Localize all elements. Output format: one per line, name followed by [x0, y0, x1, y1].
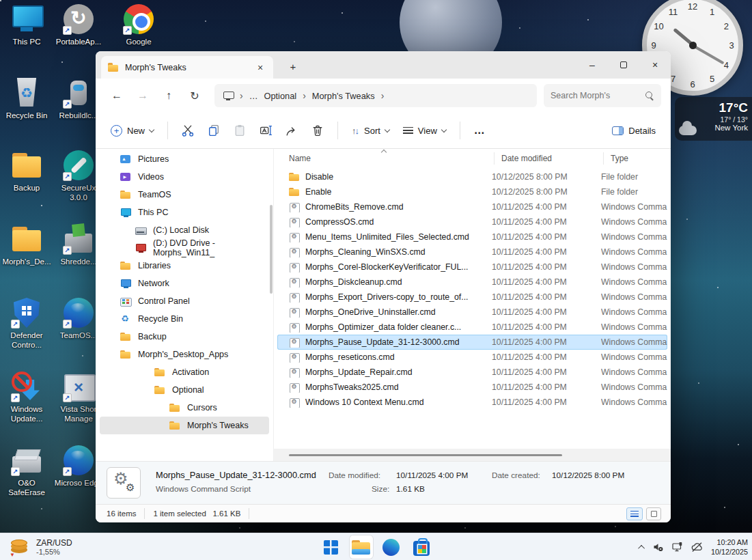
file-row[interactable]: Morphs_OneDrive_Uninstaller.cmd 10/11/20… — [277, 305, 667, 320]
up-button[interactable]: ↑ — [157, 85, 180, 107]
desktop-icon[interactable]: ↗ Morph's_De... — [0, 223, 53, 266]
file-row[interactable]: Morphs_Pause_Update_31-12-3000.cmd 10/11… — [277, 335, 667, 350]
taskbar-edge[interactable] — [379, 535, 404, 559]
file-row[interactable]: Disable 10/12/2025 8:00 PM File folder — [277, 169, 667, 184]
close-button[interactable]: × — [639, 51, 671, 79]
file-row[interactable]: Morphs_reseticons.cmd 10/11/2025 4:00 PM… — [277, 350, 667, 365]
copy-button[interactable] — [202, 120, 225, 141]
onedrive-paused-icon[interactable] — [691, 542, 704, 552]
taskbar-file-explorer[interactable] — [349, 535, 374, 559]
sidebar-scrollbar[interactable] — [270, 205, 273, 294]
column-header-type[interactable]: Type — [603, 152, 671, 165]
start-button[interactable] — [319, 535, 344, 559]
desktop-icon[interactable]: ↗ Defender Contro... — [0, 296, 53, 350]
file-row[interactable]: Enable 10/12/2025 8:00 PM File folder — [277, 184, 667, 199]
new-button[interactable]: + New — [105, 121, 159, 141]
file-row[interactable]: Morphs_Export_Drivers-copy_to_route_of..… — [277, 290, 667, 305]
sidebar-item[interactable]: Cursors — [100, 399, 269, 417]
file-row[interactable]: Morphs_Corel-BlockerKeyVerificator_FUL..… — [277, 260, 667, 275]
sidebar-item[interactable]: Recycle Bin — [100, 310, 269, 328]
sidebar-item[interactable]: This PC — [100, 204, 269, 221]
cut-button[interactable] — [176, 120, 199, 141]
clock-number: 6 — [690, 79, 695, 89]
desktop-icon[interactable]: ↗ O&O SafeErase — [0, 444, 53, 498]
view-button[interactable]: View — [398, 122, 451, 140]
sidebar-item[interactable]: Morph's_Desktop_Apps — [100, 346, 269, 363]
sidebar-item[interactable]: Morph's Tweaks — [100, 417, 269, 434]
sort-button[interactable]: ↑↓ Sort — [346, 122, 395, 140]
file-row[interactable]: Morphs_Diskcleanup.cmd 10/11/2025 4:00 P… — [277, 275, 667, 290]
sidebar-item[interactable]: Videos — [100, 168, 269, 186]
desktop-icon[interactable]: ↗ Recycle Bin — [0, 76, 53, 120]
file-type: File folder — [601, 172, 667, 182]
file-row[interactable]: Windows 10 Context Menu.cmd 10/11/2025 4… — [277, 395, 667, 410]
taskbar-store[interactable] — [409, 535, 434, 559]
breadcrumb[interactable]: › … Optional › Morph's Tweaks › — [214, 84, 537, 107]
horizontal-scrollbar-thumb[interactable] — [289, 454, 562, 456]
desktop-icon[interactable]: ↗ Windows Update... — [0, 370, 53, 424]
sidebar-item[interactable]: Control Panel — [100, 292, 269, 310]
desktop-icon[interactable]: ↗ PortableAp... — [52, 3, 105, 46]
status-selection-size: 1.61 KB — [212, 509, 240, 518]
file-row[interactable]: Menu_Items_Unlimited_Files_Selected.cmd … — [277, 229, 667, 244]
thumbnail-view-toggle[interactable] — [646, 507, 661, 520]
sidebar-item[interactable]: (C:) Local Disk — [100, 221, 269, 239]
breadcrumb-segment-current[interactable]: Morph's Tweaks — [312, 91, 375, 101]
file-row[interactable]: CompressOS.cmd 10/11/2025 4:00 PM Window… — [277, 214, 667, 229]
file-row[interactable]: Morphs_Cleaning_WinSXS.cmd 10/11/2025 4:… — [277, 244, 667, 260]
file-row[interactable]: ChromeBits_Remove.cmd 10/11/2025 4:00 PM… — [277, 199, 667, 214]
tray-overflow-chevron-icon[interactable] — [638, 544, 645, 551]
file-name-cell: ChromeBits_Remove.cmd — [289, 202, 492, 212]
column-header-name[interactable]: Name — [289, 152, 494, 165]
sidebar-item[interactable]: Activation — [100, 363, 269, 381]
desktop-icon-label: Windows Update... — [0, 404, 53, 424]
taskbar-clock[interactable]: 10:20 AM 10/12/2025 — [711, 537, 748, 557]
explorer-tab[interactable]: Morph's Tweaks × — [101, 56, 273, 79]
file-type-icon — [289, 172, 301, 182]
this-pc-icon[interactable] — [223, 92, 234, 100]
horizontal-scrollbar-track[interactable] — [274, 449, 671, 461]
desktop-icon-glyph: ↗ — [10, 444, 43, 477]
desktop-icon[interactable]: ↗ This PC — [0, 3, 53, 46]
sidebar-item[interactable]: Optional — [100, 381, 269, 399]
forward-button[interactable]: → — [131, 85, 154, 107]
details-view-toggle[interactable] — [626, 507, 643, 520]
desktop-icon-glyph: ↗ — [62, 76, 95, 109]
file-row[interactable]: Morphs_Optimizer_data folder cleaner.c..… — [277, 320, 667, 335]
rename-button[interactable] — [254, 120, 277, 141]
desktop-icon[interactable]: ↗ Google — [112, 3, 165, 46]
minimize-button[interactable]: – — [576, 51, 608, 79]
more-options-button[interactable]: … — [469, 120, 490, 141]
breadcrumb-segment-optional[interactable]: Optional — [264, 91, 296, 101]
file-date-modified: 10/12/2025 8:00 PM — [492, 172, 601, 182]
sidebar-item[interactable]: Network — [100, 275, 269, 292]
breadcrumb-ellipsis[interactable]: … — [249, 91, 258, 101]
sidebar-item[interactable]: (D:) DVD Drive - Morphs_Win11_ — [100, 239, 269, 257]
volume-muted-icon[interactable] — [652, 542, 664, 552]
file-row[interactable]: Morphs_Update_Repair.cmd 10/11/2025 4:00… — [277, 365, 667, 380]
file-explorer-icon — [352, 540, 370, 555]
new-tab-button[interactable]: + — [284, 58, 302, 76]
details-pane-button[interactable]: Details — [607, 122, 661, 140]
desktop-icon[interactable]: ↗ Backup — [0, 149, 53, 193]
column-header-date[interactable]: Date modified — [494, 152, 603, 165]
maximize-icon — [620, 61, 627, 68]
file-row[interactable]: MorphsTweaks2025.cmd 10/11/2025 4:00 PM … — [277, 380, 667, 395]
share-button[interactable] — [280, 120, 303, 141]
back-button[interactable]: ← — [105, 85, 128, 107]
sidebar-item[interactable]: TeamOS — [100, 186, 269, 204]
sidebar-item[interactable]: Pictures — [100, 150, 269, 168]
sidebar-item[interactable]: Backup — [100, 328, 269, 346]
copy-icon — [207, 124, 221, 137]
delete-button[interactable] — [306, 120, 329, 141]
widgets-button[interactable]: ZAR/USD -1,55% — [3, 533, 79, 560]
tab-close-icon[interactable]: × — [254, 62, 266, 73]
network-icon[interactable] — [671, 542, 683, 552]
maximize-button[interactable] — [608, 51, 639, 79]
refresh-button[interactable]: ↻ — [183, 85, 206, 107]
clock-center-dot — [689, 42, 697, 49]
search-input[interactable]: Search Morph's — [544, 84, 661, 107]
weather-widget[interactable]: 17°C 17° / 13° New York — [675, 97, 752, 141]
sidebar-item[interactable]: Libraries — [100, 257, 269, 275]
paste-button[interactable] — [228, 120, 251, 141]
